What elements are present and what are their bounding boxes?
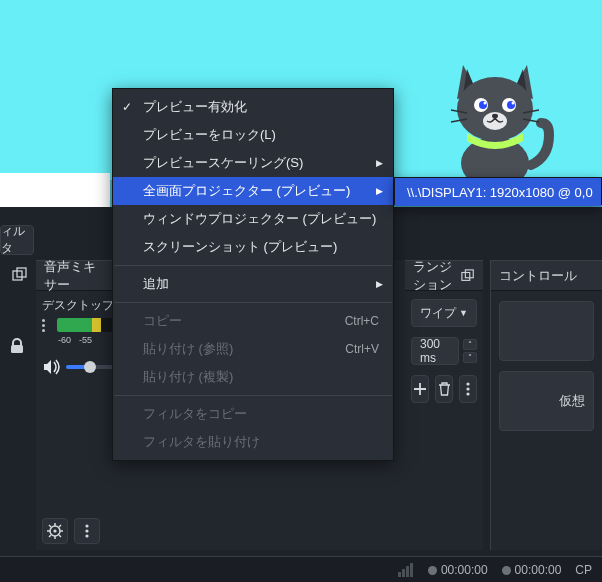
lock-icon[interactable] — [10, 338, 24, 354]
svg-point-30 — [85, 529, 88, 532]
duration-up-button[interactable]: ˄ — [463, 339, 477, 350]
svg-line-28 — [49, 535, 51, 537]
svg-point-7 — [457, 77, 533, 141]
add-transition-button[interactable] — [411, 375, 429, 403]
controls-title: コントロール — [499, 267, 577, 285]
left-lock-column — [0, 260, 36, 550]
mixer-more-button[interactable] — [74, 518, 100, 544]
controls-panel: コントロール 仮想 — [490, 260, 602, 550]
svg-point-35 — [466, 387, 469, 390]
filters-button[interactable]: ィルタ — [0, 225, 34, 255]
controls-header[interactable]: コントロール — [491, 261, 602, 291]
volume-meter — [57, 318, 120, 332]
popout-icon[interactable] — [12, 267, 28, 283]
popout-icon[interactable] — [461, 267, 475, 285]
menu-preview-scaling[interactable]: プレビュースケーリング(S) — [113, 149, 393, 177]
delete-transition-button[interactable] — [435, 375, 453, 403]
submenu-display1[interactable]: \\.\DISPLAY1: 1920x1080 @ 0,0 — [395, 178, 601, 206]
control-button-1[interactable] — [499, 301, 594, 361]
menu-fullscreen-projector[interactable]: 全画面プロジェクター (プレビュー) — [113, 177, 393, 205]
preview-context-menu: ✓ プレビュー有効化 プレビューをロック(L) プレビュースケーリング(S) 全… — [112, 88, 394, 461]
fullscreen-projector-submenu: \\.\DISPLAY1: 1920x1080 @ 0,0 — [394, 177, 602, 205]
network-bars-icon — [398, 563, 414, 577]
mixer-settings-button[interactable] — [42, 518, 68, 544]
menu-paste-filters: フィルタを貼り付け — [113, 428, 393, 456]
menu-screenshot[interactable]: スクリーンショット (プレビュー) — [113, 233, 393, 261]
status-cpu: CP — [575, 563, 592, 577]
svg-point-34 — [466, 382, 469, 385]
mixer-channel-label: デスクトップ音 — [42, 297, 120, 314]
chevron-down-icon: ▼ — [459, 308, 468, 318]
transition-select[interactable]: ワイプ ▼ — [411, 299, 477, 327]
audio-mixer-title: 音声ミキサー — [44, 258, 104, 294]
menu-paste-ref: 貼り付け (参照) Ctrl+V — [113, 335, 393, 363]
speaker-icon[interactable] — [42, 357, 62, 377]
svg-point-12 — [484, 102, 487, 105]
svg-point-31 — [85, 534, 88, 537]
drag-handle-icon[interactable] — [42, 319, 53, 332]
svg-point-20 — [53, 529, 56, 532]
db-mark: -60 — [58, 335, 71, 345]
svg-point-13 — [512, 102, 515, 105]
db-mark: -55 — [79, 335, 92, 345]
svg-line-26 — [59, 535, 61, 537]
cat-illustration — [437, 55, 557, 195]
svg-point-15 — [492, 114, 498, 118]
svg-point-29 — [85, 524, 88, 527]
status-bar: 00:00:00 00:00:00 CP — [0, 556, 602, 582]
scene-transition-panel: ランジション ワイプ ▼ 300 ms ˄ ˅ — [405, 260, 483, 550]
svg-rect-18 — [11, 345, 23, 353]
transition-duration-input[interactable]: 300 ms — [411, 337, 459, 365]
duration-down-button[interactable]: ˅ — [463, 352, 477, 363]
menu-paste-dup: 貼り付け (複製) — [113, 363, 393, 391]
menu-preview-lock[interactable]: プレビューをロック(L) — [113, 121, 393, 149]
menu-separator — [114, 302, 392, 303]
status-time-2: 00:00:00 — [502, 563, 562, 577]
menu-copy: コピー Ctrl+C — [113, 307, 393, 335]
menu-copy-filters: フィルタをコピー — [113, 400, 393, 428]
transition-more-button[interactable] — [459, 375, 477, 403]
check-icon: ✓ — [122, 100, 132, 114]
menu-preview-enable[interactable]: ✓ プレビュー有効化 — [113, 93, 393, 121]
menu-separator — [114, 395, 392, 396]
transition-select-value: ワイプ — [420, 305, 456, 322]
svg-point-36 — [466, 392, 469, 395]
menu-separator — [114, 265, 392, 266]
preview-inner-rect — [0, 173, 110, 207]
svg-line-27 — [59, 525, 61, 527]
svg-line-25 — [49, 525, 51, 527]
menu-add[interactable]: 追加 — [113, 270, 393, 298]
menu-window-projector[interactable]: ウィンドウプロジェクター (プレビュー) — [113, 205, 393, 233]
status-time-1: 00:00:00 — [428, 563, 488, 577]
transition-header[interactable]: ランジション — [405, 261, 483, 291]
virtual-camera-button[interactable]: 仮想 — [499, 371, 594, 431]
transition-title: ランジション — [413, 258, 461, 294]
